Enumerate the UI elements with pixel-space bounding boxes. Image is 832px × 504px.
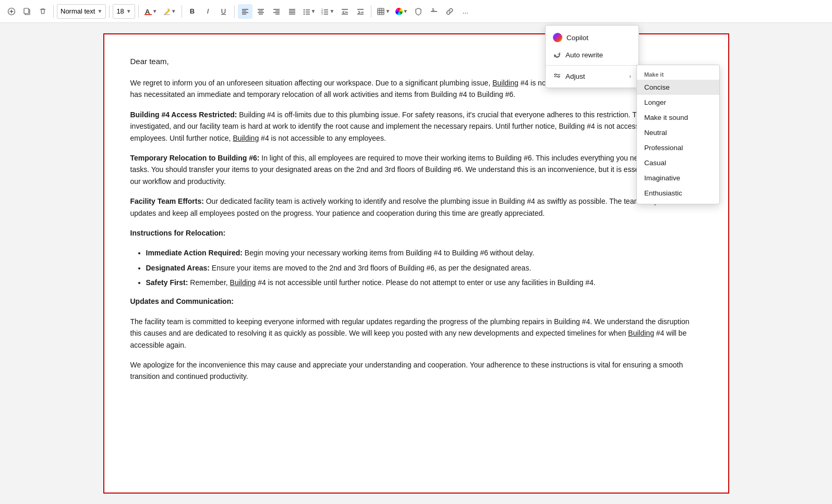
makeit-item-casual[interactable]: Casual: [637, 155, 719, 170]
numbered-list-button[interactable]: 1.2.3. ▼: [319, 4, 336, 19]
makeit-item-enthusiastic[interactable]: Enthusiastic: [637, 186, 719, 201]
shield-button[interactable]: [411, 4, 426, 19]
adjust-left: Adjust: [553, 72, 585, 80]
italic-label: I: [207, 7, 209, 15]
table-button[interactable]: ▼: [375, 4, 392, 19]
color-circle-icon: [395, 8, 403, 15]
align-right-button[interactable]: [269, 4, 284, 19]
numbered-chevron: ▼: [329, 8, 334, 14]
separator-4: [182, 5, 182, 18]
makeit-submenu: Make it Concise Longer Make it sound Neu…: [636, 65, 720, 204]
makeit-header: Make it: [637, 68, 719, 80]
makeit-label-7: Enthusiastic: [644, 189, 682, 197]
indent-decrease-button[interactable]: [337, 4, 352, 19]
style-dropdown[interactable]: Normal text ▼: [57, 4, 106, 19]
underline-button[interactable]: U: [216, 4, 231, 19]
copilot-menu: Copilot Auto rewrite Adjust ›: [545, 25, 639, 88]
bold-button[interactable]: B: [185, 4, 200, 19]
align-center-button[interactable]: [254, 4, 268, 19]
instructions-title-text: Instructions for Relocation:: [130, 229, 226, 237]
building-link-1: Building: [492, 79, 519, 87]
highlight-chevron: ▼: [171, 8, 176, 14]
instructions-list: Immediate Action Required: Begin moving …: [146, 247, 702, 288]
svg-point-22: [303, 9, 304, 10]
updates-title-para: Updates and Communication:: [130, 296, 702, 307]
list-item-2: Designated Areas: Ensure your items are …: [146, 262, 702, 274]
updates-body-para: The facility team is committed to keepin…: [130, 316, 702, 351]
underline-label: U: [221, 7, 226, 15]
menu-divider: [546, 65, 638, 66]
style-chevron: ▼: [97, 8, 102, 14]
svg-point-50: [558, 76, 560, 78]
document-container: Dear team, We regret to inform you of an…: [103, 33, 729, 494]
font-size-dropdown[interactable]: 18 ▼: [113, 4, 135, 19]
section3-title: Facility Team Efforts:: [130, 197, 204, 205]
auto-rewrite-label: Auto rewrite: [565, 51, 603, 59]
table-chevron: ▼: [385, 8, 390, 14]
copilot-icon: [553, 33, 562, 42]
bullet1-body: Begin moving your necessary working item…: [243, 249, 534, 257]
link-button[interactable]: [442, 4, 457, 19]
delete-icon-button[interactable]: [35, 4, 50, 19]
separator-3: [138, 5, 139, 18]
section3-body: Our dedicated facility team is actively …: [130, 197, 679, 217]
bullet2-title: Designated Areas:: [146, 264, 210, 272]
makeit-label-2: Make it sound: [644, 114, 688, 121]
section2-title: Temporary Relocation to Building #6:: [130, 154, 260, 162]
separator-1: [53, 5, 54, 18]
list-item-1: Immediate Action Required: Begin moving …: [146, 247, 702, 259]
makeit-label-4: Professional: [644, 144, 683, 152]
italic-button[interactable]: I: [201, 4, 215, 19]
svg-point-26: [303, 13, 304, 14]
svg-text:3.: 3.: [321, 12, 323, 15]
bullet-list-button[interactable]: ▼: [300, 4, 318, 19]
auto-rewrite-icon: [553, 51, 561, 59]
makeit-item-imaginative[interactable]: Imaginative: [637, 170, 719, 186]
font-color-button[interactable]: A ▼: [142, 4, 160, 19]
more-options-button[interactable]: ...: [458, 4, 473, 19]
adjust-menu-item[interactable]: Adjust ›: [546, 68, 638, 84]
makeit-label-1: Longer: [644, 99, 666, 106]
bullet1-title: Immediate Action Required:: [146, 249, 243, 257]
makeit-item-make-it-sound[interactable]: Make it sound: [637, 110, 719, 125]
building-link-3: Building: [230, 278, 256, 287]
svg-rect-40: [378, 8, 384, 15]
makeit-item-neutral[interactable]: Neutral: [637, 125, 719, 140]
auto-rewrite-menu-item[interactable]: Auto rewrite: [546, 46, 638, 63]
building-link-4: Building: [628, 329, 654, 337]
color-palette-chevron: ▼: [403, 8, 408, 14]
makeit-item-concise[interactable]: Concise: [637, 80, 719, 95]
more-options-label: ...: [463, 7, 468, 15]
copy-icon-button[interactable]: [20, 4, 34, 19]
toolbar: Normal text ▼ 18 ▼ A ▼ ▼ B I U: [0, 0, 832, 23]
makeit-label-5: Casual: [644, 159, 666, 167]
style-label: Normal text: [61, 7, 95, 15]
align-justify-button[interactable]: [285, 4, 299, 19]
adjust-label: Adjust: [565, 72, 585, 80]
doc-section1: Building #4 Access Restricted: Building …: [130, 109, 702, 144]
add-icon-button[interactable]: [4, 4, 19, 19]
building-link-2: Building: [233, 134, 259, 142]
svg-point-24: [303, 11, 304, 12]
closing-para: We apologize for the inconvenience this …: [130, 359, 702, 383]
align-left-button[interactable]: [238, 4, 252, 19]
makeit-label-0: Concise: [644, 83, 670, 91]
indent-increase-button[interactable]: [353, 4, 368, 19]
makeit-label-3: Neutral: [644, 129, 667, 137]
doc-section2: Temporary Relocation to Building #6: In …: [130, 152, 702, 187]
makeit-item-professional[interactable]: Professional: [637, 140, 719, 155]
makeit-item-longer[interactable]: Longer: [637, 95, 719, 110]
svg-text:S: S: [432, 8, 435, 11]
bold-label: B: [190, 7, 195, 15]
bullet-chevron: ▼: [311, 8, 316, 14]
strikethrough-button[interactable]: S: [427, 4, 441, 19]
color-palette-button[interactable]: ▼: [393, 4, 410, 19]
highlight-button[interactable]: ▼: [161, 4, 178, 19]
font-color-chevron: ▼: [152, 8, 158, 14]
instructions-title: Instructions for Relocation:: [130, 227, 702, 239]
separator-5: [234, 5, 235, 18]
bullet3-title: Safety First:: [146, 278, 188, 287]
separator-6: [371, 5, 371, 18]
copilot-menu-item[interactable]: Copilot: [546, 29, 638, 46]
doc-section3: Facility Team Efforts: Our dedicated fac…: [130, 195, 702, 219]
